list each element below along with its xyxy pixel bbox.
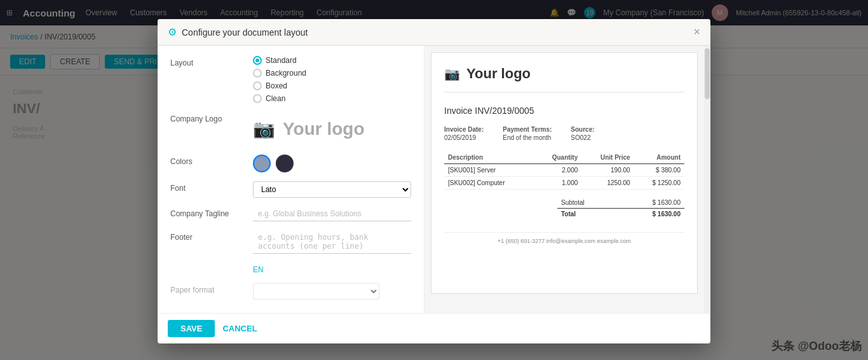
font-row: Font Lato Roboto Open Sans Montserrat (170, 181, 411, 198)
row2-quantity: 1.000 (534, 177, 581, 190)
layout-clean[interactable]: Clean (253, 94, 411, 103)
form-panel: Layout Standard Background (158, 46, 424, 313)
colors-label: Colors (170, 155, 253, 166)
preview-meta-terms: Payment Terms: End of the month (503, 126, 552, 141)
subtotal-value: $ 1630.00 (653, 199, 681, 206)
tagline-row: Company Tagline (170, 207, 411, 221)
layout-standard[interactable]: Standard (253, 56, 411, 65)
preview-footer: +1 (650) 691-3277 info@example.com examp… (444, 232, 684, 244)
modal-title-text: Configure your document layout (182, 27, 308, 38)
modal-title-area: ⚙ Configure your document layout (168, 26, 308, 38)
footer-textarea[interactable] (253, 230, 411, 254)
row1-unit-price: 190.00 (581, 164, 634, 177)
logo-area[interactable]: 📷 Your logo (253, 112, 411, 146)
modal-dialog: ⚙ Configure your document layout × Layou… (158, 19, 710, 343)
cancel-button[interactable]: CANCEL (222, 324, 257, 333)
colors-row: Colors (170, 155, 411, 172)
radio-standard-circle (253, 56, 262, 65)
color-swatch-dark[interactable] (276, 155, 294, 172)
logo-text: Your logo (283, 119, 365, 139)
color-swatches (253, 155, 411, 172)
preview-camera-icon: 📷 (444, 66, 460, 81)
table-row: [SKU002] Computer 1.000 1250.00 $ 1250.0… (444, 177, 684, 190)
modal-body: Layout Standard Background (158, 46, 710, 313)
footer-label: Footer (170, 230, 253, 242)
col-amount: Amount (634, 151, 684, 164)
total-row: Total $ 1630.00 (557, 208, 684, 219)
company-logo-row: Company Logo 📷 Your logo (170, 112, 411, 146)
layout-clean-label: Clean (266, 94, 285, 103)
layout-standard-label: Standard (266, 56, 297, 65)
subtotal-row: Subtotal $ 1630.00 (557, 197, 684, 208)
total-value: $ 1630.00 (653, 211, 681, 218)
paper-format-label: Paper format (170, 283, 253, 294)
preview-invoice-title: Invoice INV/2019/0005 (444, 106, 684, 116)
row1-quantity: 2.000 (534, 164, 581, 177)
radio-boxed-circle (253, 81, 262, 90)
paper-format-select[interactable] (253, 283, 379, 300)
preview-meta-source: Source: SO022 (571, 126, 594, 141)
font-select[interactable]: Lato Roboto Open Sans Montserrat (253, 181, 411, 198)
scrollbar-thumb (705, 48, 710, 99)
modal-overlay: ⚙ Configure your document layout × Layou… (0, 0, 868, 360)
row1-amount: $ 380.00 (634, 164, 684, 177)
preview-table: Description Quantity Unit Price Amount [… (444, 151, 684, 190)
tagline-input-wrapper (253, 207, 411, 221)
layout-row: Layout Standard Background (170, 56, 411, 103)
footer-input-wrapper (253, 230, 411, 256)
layout-background[interactable]: Background (253, 69, 411, 78)
preview-logo-text: Your logo (466, 66, 531, 82)
preview-meta: Invoice Date: 02/05/2019 Payment Terms: … (444, 126, 684, 141)
layout-options: Standard Background Boxed (253, 56, 411, 103)
font-label: Font (170, 181, 253, 193)
save-button[interactable]: SAVE (168, 320, 215, 337)
lang-link[interactable]: EN (253, 265, 264, 274)
col-description: Description (444, 151, 534, 164)
radio-background-circle (253, 69, 262, 78)
color-swatch-gray[interactable] (253, 155, 271, 172)
preview-meta-date: Invoice Date: 02/05/2019 (444, 126, 484, 141)
footer-row: Footer (170, 230, 411, 256)
logo-camera-icon: 📷 (253, 118, 275, 139)
col-quantity: Quantity (534, 151, 581, 164)
modal-footer: SAVE CANCEL (158, 313, 710, 343)
radio-clean-circle (253, 94, 262, 103)
layout-label: Layout (170, 56, 253, 67)
row2-description: [SKU002] Computer (444, 177, 534, 190)
totals-area: Subtotal $ 1630.00 Total $ 1630.00 (444, 197, 684, 219)
layout-background-label: Background (266, 69, 306, 78)
font-select-wrapper: Lato Roboto Open Sans Montserrat (253, 181, 411, 198)
modal-header: ⚙ Configure your document layout × (158, 19, 710, 46)
lang-row: EN (170, 265, 411, 274)
modal-close-button[interactable]: × (693, 25, 700, 39)
paper-format-row: Paper format (170, 283, 411, 300)
invoice-preview: 📷 Your logo Invoice INV/2019/0005 Invoic… (431, 52, 698, 294)
layout-boxed-label: Boxed (266, 81, 287, 90)
total-label: Total (561, 211, 576, 218)
preview-panel: 📷 Your logo Invoice INV/2019/0005 Invoic… (424, 46, 704, 313)
table-row: [SKU001] Server 2.000 190.00 $ 380.00 (444, 164, 684, 177)
col-unit-price: Unit Price (581, 151, 634, 164)
modal-scrollbar[interactable] (704, 46, 710, 313)
lang-link-wrapper: EN (253, 265, 411, 274)
tagline-input[interactable] (253, 207, 411, 221)
totals-block: Subtotal $ 1630.00 Total $ 1630.00 (557, 197, 684, 219)
company-logo-label: Company Logo (170, 112, 253, 123)
radio-group-layout: Standard Background Boxed (253, 56, 411, 103)
subtotal-label: Subtotal (561, 199, 585, 206)
settings-icon: ⚙ (168, 26, 177, 38)
row2-unit-price: 1250.00 (581, 177, 634, 190)
tagline-label: Company Tagline (170, 207, 253, 218)
preview-logo-area: 📷 Your logo (444, 66, 684, 93)
lang-label (170, 265, 253, 267)
row1-description: [SKU001] Server (444, 164, 534, 177)
paper-format-select-wrapper (253, 283, 411, 300)
layout-boxed[interactable]: Boxed (253, 81, 411, 90)
row2-amount: $ 1250.00 (634, 177, 684, 190)
